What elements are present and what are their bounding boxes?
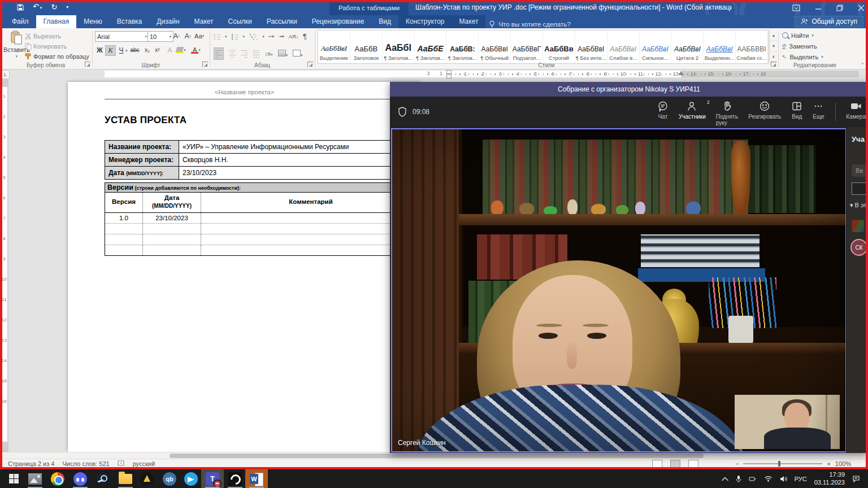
styles-dialog-launcher[interactable] (771, 62, 776, 67)
save-icon[interactable] (17, 4, 24, 11)
style-item[interactable]: ААББВВІ Слабая сс... (736, 30, 768, 63)
font-family-combo[interactable]: Arial▾ (95, 31, 149, 42)
document-page[interactable]: <Название проекта> УСТАВ ПРОЕКТА Названи… (68, 82, 421, 452)
style-item[interactable]: АаБбВвІ ¶ Обычный (479, 30, 511, 63)
web-layout-icon[interactable] (688, 460, 698, 468)
vertical-ruler[interactable]: 12345678910111213141516 (0, 79, 8, 452)
styles-scroll-down[interactable]: ▼ (770, 41, 778, 51)
strikethrough-button[interactable]: abc (130, 45, 140, 55)
borders-icon[interactable]: ▾ (293, 50, 303, 58)
ribbon-tab[interactable]: Макет (187, 15, 221, 28)
tray-wifi-icon[interactable] (764, 476, 772, 482)
redo-icon[interactable]: ↻ (51, 2, 57, 12)
participants-button[interactable]: 2 Участники (676, 101, 709, 126)
paragraph-dialog-launcher[interactable] (307, 62, 313, 67)
subscript-button[interactable]: x₂ (142, 45, 152, 55)
ribbon-tab[interactable]: Файл (5, 15, 36, 28)
share-button[interactable]: Общий доступ (795, 16, 863, 27)
raise-hand-button[interactable]: Поднять руку (713, 101, 741, 126)
replace-button[interactable]: ab ac Заменить (782, 41, 817, 51)
more-button[interactable]: Еще (810, 101, 827, 126)
superscript-button[interactable]: x² (153, 45, 162, 55)
participant-initials-avatar[interactable]: СК (850, 239, 867, 256)
restore-icon[interactable] (836, 5, 843, 11)
taskbar-discord[interactable] (69, 469, 92, 488)
font-size-combo[interactable]: 10▾ (147, 31, 173, 42)
align-center-icon[interactable]: ———— —— ———— —— (229, 49, 236, 58)
horizontal-ruler[interactable]: 2 1 123456789101112131415161718 (0, 69, 868, 79)
participant-avatar[interactable] (852, 220, 864, 232)
find-button[interactable]: Найти▾ (782, 30, 814, 41)
select-button[interactable]: ↖ Выделить▾ (782, 51, 823, 62)
tray-volume-icon[interactable] (780, 476, 787, 482)
underline-button[interactable]: Ч (116, 45, 126, 55)
tray-mic-icon[interactable] (736, 475, 741, 483)
font-dialog-launcher[interactable] (202, 62, 208, 67)
bold-button[interactable]: Ж (95, 45, 105, 55)
format-painter-button[interactable]: Формат по образцу (25, 53, 89, 60)
tray-vpn-icon[interactable] (749, 476, 757, 482)
align-right-icon[interactable]: ———— —— ———— —— (241, 49, 248, 58)
close-icon[interactable] (858, 5, 865, 11)
justify-icon[interactable]: ———— ———— ———— ———— (253, 49, 259, 58)
tray-clock[interactable]: 17:3903.11.2023 (814, 471, 845, 487)
font-color-button[interactable]: А▾ (191, 45, 201, 55)
ribbon-tab[interactable]: Макет (452, 15, 485, 28)
style-item[interactable]: АаБбВвІ Слабое в... (607, 30, 640, 63)
language-indicator[interactable]: русский (133, 460, 155, 467)
ribbon-tab[interactable]: Рассылки (259, 15, 305, 28)
italic-button[interactable]: К (105, 45, 116, 56)
camera-button[interactable]: Камера (843, 101, 868, 126)
change-case-button[interactable]: Аа▾ (194, 31, 204, 41)
ribbon-tab[interactable]: Главная (36, 15, 77, 28)
meeting-titlebar[interactable]: Собрание с организатором Nikolay S УИР41… (390, 82, 868, 97)
action-center-icon[interactable] (852, 475, 860, 482)
style-item[interactable]: АаБбВвГ Подзагол... (511, 30, 543, 63)
meeting-video[interactable]: Сергей Кошкин (391, 128, 847, 452)
text-effects-button[interactable]: А (165, 45, 175, 55)
underline-dropdown[interactable]: ▾ (125, 49, 128, 53)
tab-stop-selector[interactable]: L (1, 70, 10, 79)
pilcrow-icon[interactable]: ¶ (303, 32, 307, 41)
versions-table[interactable]: Версии (строки добавляются по необходимо… (105, 182, 421, 256)
ribbon-tab[interactable]: Меню (76, 15, 109, 28)
taskbar-qbittorrent[interactable]: qb (158, 469, 181, 488)
ribbon-tab[interactable]: Дизайн (149, 15, 186, 28)
style-item[interactable]: АаБбВвІ ¶ Без инте... (575, 30, 607, 63)
read-mode-icon[interactable] (652, 460, 662, 468)
taskbar-word[interactable]: W (245, 469, 268, 488)
align-left-icon[interactable]: ———— —— ———— —— (214, 47, 224, 60)
teams-meeting-window[interactable]: Собрание с организатором Nikolay S УИР41… (390, 82, 868, 453)
taskbar-sharex[interactable] (224, 469, 246, 488)
in-this-meeting-label[interactable]: ▾ В эт (850, 202, 866, 209)
ribbon-tab[interactable]: Вставка (110, 15, 150, 28)
style-item[interactable]: АаБбВв Строгий (543, 30, 575, 63)
taskbar-aimp[interactable] (136, 469, 158, 488)
ribbon-tab[interactable]: Ссылки (221, 15, 259, 28)
styles-scroll-up[interactable]: ▲ (770, 30, 778, 41)
numbering-icon[interactable]: 1 —— 2 —— 3 —— (232, 33, 238, 40)
style-item[interactable]: АаБбВ Заголовок (350, 30, 383, 63)
taskbar-explorer[interactable] (114, 469, 137, 488)
style-item[interactable]: АаБбВ: ¶ Заголов... (446, 30, 479, 63)
style-item[interactable]: АаБбВвІ Сильное... (640, 30, 672, 63)
zoom-slider[interactable] (743, 463, 822, 464)
line-spacing-icon[interactable]: ↕≡▾ (264, 51, 272, 57)
style-item[interactable]: АаБбЕ ¶ Заголов... (415, 30, 447, 63)
project-info-table[interactable]: Название проекта: «УИР» – Управление Инф… (105, 140, 421, 180)
highlight-color-button[interactable]: ▾ (176, 45, 186, 55)
shading-icon[interactable]: ▾ (278, 50, 288, 58)
proofing-icon[interactable] (118, 460, 125, 468)
participants-panel[interactable]: Уча Вв ▾ В эт СК (846, 127, 868, 453)
taskbar-telegram[interactable] (180, 469, 202, 488)
increase-indent-icon[interactable]: ⇥≡ (279, 34, 284, 39)
collapse-ribbon-icon[interactable]: ⌃ (860, 62, 865, 68)
participants-search-input[interactable] (852, 182, 868, 195)
zoom-level[interactable]: 100% (835, 460, 851, 467)
sort-icon[interactable]: АЯ↓ (289, 34, 298, 40)
word-count[interactable]: Число слов: 521 (62, 460, 109, 467)
grow-font-button[interactable]: А˄ (172, 31, 181, 41)
style-item[interactable]: АаБбВвІ Цитата 2 (671, 30, 704, 63)
zoom-out-icon[interactable]: − (735, 460, 739, 467)
taskbar-teams[interactable]: T (201, 469, 224, 488)
